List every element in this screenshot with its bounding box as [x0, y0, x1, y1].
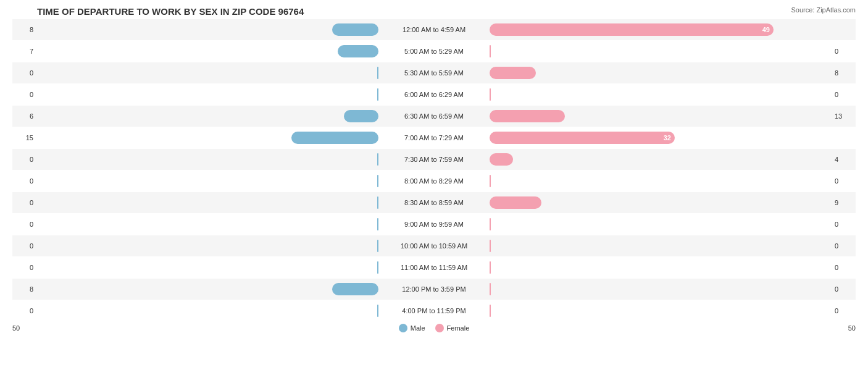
female-value: 0 [832, 221, 856, 228]
male-bar [291, 132, 378, 144]
male-bar-container [36, 110, 378, 122]
time-label: 7:30 AM to 7:59 AM [378, 156, 490, 163]
male-bar-container [36, 67, 378, 79]
female-value: 0 [832, 242, 856, 250]
female-bar-container [490, 283, 832, 295]
female-bar [490, 153, 513, 166]
male-bar-container [36, 132, 378, 144]
time-label: 6:30 AM to 6:59 AM [378, 112, 490, 120]
female-value: 8 [832, 69, 856, 77]
time-label: 8:30 AM to 8:59 AM [378, 199, 490, 206]
time-label: 5:00 AM to 5:29 AM [378, 48, 490, 55]
male-value: 0 [12, 221, 36, 228]
male-bar-container [36, 240, 378, 252]
male-value: 0 [12, 199, 36, 206]
chart-footer: 50 Male Female 50 [12, 321, 856, 332]
bar-row: 7 5:00 AM to 5:29 AM 0 [12, 41, 856, 62]
female-value: 4 [832, 156, 856, 163]
female-value: 0 [832, 91, 856, 98]
male-bar [338, 45, 378, 57]
female-bar-container: 32 [490, 132, 832, 144]
bar-row: 0 8:00 AM to 8:29 AM 0 [12, 171, 856, 192]
time-label: 5:30 AM to 5:59 AM [378, 69, 490, 77]
female-bar [490, 196, 541, 209]
bar-row: 0 4:00 PM to 11:59 PM 0 [12, 300, 856, 321]
male-bar-container [36, 88, 378, 101]
female-bar-container [490, 261, 832, 274]
bar-row: 8 12:00 PM to 3:59 PM 0 [12, 279, 856, 300]
female-bar [490, 218, 491, 230]
female-label: Female [447, 324, 470, 332]
female-bar [490, 67, 536, 79]
time-label: 7:00 AM to 7:29 AM [378, 134, 490, 141]
time-label: 12:00 PM to 3:59 PM [378, 285, 490, 293]
female-bar: 32 [490, 132, 675, 144]
female-bar-container [490, 110, 832, 122]
female-bar [490, 45, 491, 57]
male-label: Male [411, 324, 425, 332]
male-bar-container [36, 261, 378, 274]
female-bar [490, 240, 491, 252]
female-bar-container [490, 88, 832, 101]
chart-title: TIME OF DEPARTURE TO WORK BY SEX IN ZIP … [12, 6, 856, 17]
time-label: 12:00 AM to 4:59 AM [378, 26, 490, 33]
male-bar [344, 110, 378, 122]
male-bar-container [36, 175, 378, 187]
chart-source: Source: ZipAtlas.com [791, 6, 856, 14]
chart-area: 8 12:00 AM to 4:59 AM 49 7 5:00 AM to 5:… [12, 19, 856, 321]
time-label: 4:00 PM to 11:59 PM [378, 307, 490, 314]
male-value: 8 [12, 285, 36, 293]
male-bar-container [36, 196, 378, 209]
female-value: 0 [832, 307, 856, 314]
time-label: 6:00 AM to 6:29 AM [378, 91, 490, 98]
bar-row: 0 8:30 AM to 8:59 AM 9 [12, 192, 856, 213]
legend-female: Female [435, 324, 470, 332]
time-label: 11:00 AM to 11:59 AM [378, 264, 490, 271]
male-value: 6 [12, 112, 36, 120]
female-bar: 49 [490, 23, 774, 36]
female-value: 0 [832, 177, 856, 185]
female-value-on-bar: 49 [762, 26, 770, 33]
male-value: 15 [12, 134, 36, 141]
female-bar-container [490, 175, 832, 187]
bar-row: 0 5:30 AM to 5:59 AM 8 [12, 62, 856, 83]
chart-container: TIME OF DEPARTURE TO WORK BY SEX IN ZIP … [0, 0, 868, 367]
legend-male: Male [399, 324, 425, 332]
male-bar [332, 23, 378, 36]
female-bar [490, 305, 491, 317]
bar-row: 0 11:00 AM to 11:59 AM 0 [12, 257, 856, 278]
bar-row: 15 7:00 AM to 7:29 AM 32 [12, 127, 856, 148]
male-bar [332, 283, 378, 295]
male-bar-container [36, 153, 378, 166]
male-bar-container [36, 283, 378, 295]
time-label: 10:00 AM to 10:59 AM [378, 242, 490, 250]
female-value: 9 [832, 199, 856, 206]
male-bar-container [36, 23, 378, 36]
female-bar [490, 283, 491, 295]
male-bar-container [36, 218, 378, 230]
female-bar-container [490, 305, 832, 317]
axis-left-label: 50 [12, 324, 36, 332]
male-dot [399, 324, 407, 332]
male-bar-container [36, 305, 378, 317]
male-value: 0 [12, 69, 36, 77]
bar-row: 0 10:00 AM to 10:59 AM 0 [12, 235, 856, 256]
male-value: 0 [12, 91, 36, 98]
female-dot [435, 324, 444, 332]
axis-right-label: 50 [832, 324, 856, 332]
female-bar-container [490, 67, 832, 79]
bar-row: 8 12:00 AM to 4:59 AM 49 [12, 19, 856, 40]
male-value: 0 [12, 307, 36, 314]
female-value: 0 [832, 285, 856, 293]
legend: Male Female [36, 324, 832, 332]
male-value: 8 [12, 26, 36, 33]
bar-row: 0 7:30 AM to 7:59 AM 4 [12, 149, 856, 170]
female-value: 0 [832, 264, 856, 271]
female-bar-container [490, 218, 832, 230]
female-bar [490, 88, 491, 101]
female-bar-container [490, 45, 832, 57]
female-value: 13 [832, 112, 856, 120]
male-value: 0 [12, 156, 36, 163]
female-bar [490, 175, 491, 187]
male-value: 0 [12, 264, 36, 271]
